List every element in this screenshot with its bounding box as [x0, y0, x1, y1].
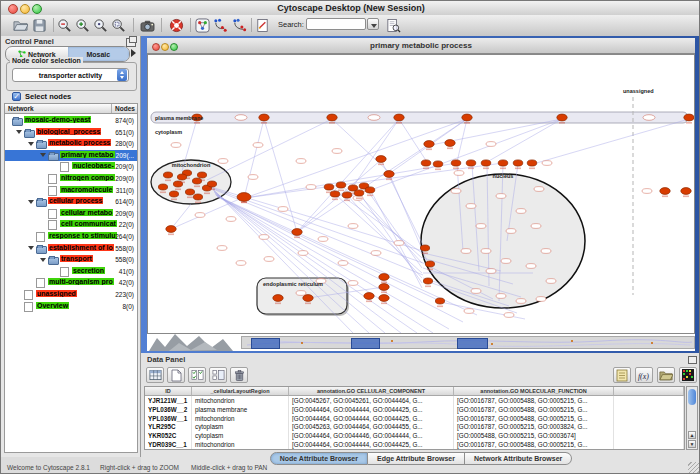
table-column-header[interactable]: annotation.GO MOLECULAR_FUNCTION — [454, 387, 614, 396]
table-cell[interactable]: [GO:0016787, GO:0005488, GO:0005215, G..… — [454, 405, 614, 414]
network-tree-row[interactable]: mosaic-demo-yeast874(0) — [5, 115, 137, 127]
expander-icon[interactable] — [28, 142, 34, 146]
expander-icon[interactable] — [28, 246, 34, 250]
node[interactable] — [336, 182, 346, 188]
node[interactable] — [342, 192, 352, 198]
node[interactable] — [292, 229, 302, 236]
annotation-icon[interactable] — [254, 17, 271, 34]
tree-column-network[interactable]: Network — [5, 104, 112, 113]
table-column-header[interactable]: ID — [145, 387, 192, 396]
heatmap-matrix-icon[interactable] — [679, 367, 697, 383]
network-tree-row[interactable]: unassigned223(0) — [5, 289, 137, 301]
node[interactable] — [177, 174, 186, 180]
table-cell[interactable]: mitochondrion — [192, 440, 289, 449]
node[interactable] — [303, 295, 313, 302]
network-tree-row[interactable]: multi-organism pro42(0) — [5, 277, 137, 289]
node[interactable] — [435, 298, 444, 304]
table-cell[interactable]: [GO:0045263, GO:0044464, GO:0044455, G..… — [289, 422, 454, 431]
table-cell[interactable] — [614, 431, 684, 440]
node[interactable] — [327, 114, 337, 121]
network-tree-row[interactable]: establishment of lo558(0) — [5, 243, 137, 255]
attribute-table[interactable]: ID_cellularLayoutRegionannotation.GO CEL… — [144, 386, 685, 450]
network-tree-row[interactable]: cellular process614(0) — [5, 196, 137, 208]
network-tree-row[interactable]: metabolic process280(0) — [5, 138, 137, 150]
node[interactable] — [462, 114, 472, 121]
notes-icon[interactable] — [613, 367, 631, 383]
navigator-viewport-3[interactable] — [457, 338, 488, 349]
help-lifesaver-icon[interactable] — [168, 17, 185, 34]
table-cell[interactable]: YPL036W__1 — [145, 414, 192, 423]
node[interactable] — [557, 114, 567, 121]
node[interactable] — [185, 189, 194, 195]
node[interactable] — [237, 193, 251, 202]
node[interactable] — [197, 172, 206, 178]
table-cell[interactable]: [GO:0005488, GO:0005215, GO:0003674] — [454, 431, 614, 440]
table-cell[interactable] — [614, 414, 684, 423]
layout-xy-icon[interactable] — [212, 17, 229, 34]
table-cell[interactable] — [614, 396, 684, 405]
node[interactable] — [324, 184, 334, 190]
tab-overflow-arrow-icon[interactable] — [131, 49, 136, 57]
node[interactable] — [681, 188, 691, 195]
zoom-selected-icon[interactable] — [110, 17, 127, 34]
formula-fx-icon[interactable]: f(x) — [635, 367, 653, 383]
network-tree-row[interactable]: nucleobase-209(0) — [5, 161, 137, 173]
table-cell[interactable]: cytoplasm — [192, 422, 289, 431]
data-panel-float-icon[interactable] — [688, 356, 697, 364]
scroll-up-icon[interactable]: ▲ — [688, 431, 696, 439]
navigator-viewport-2[interactable] — [351, 338, 380, 349]
expander-icon[interactable] — [16, 130, 22, 134]
search-input[interactable] — [306, 18, 366, 30]
tree-column-nodes[interactable]: Nodes — [112, 104, 137, 113]
search-index-icon[interactable] — [385, 17, 402, 34]
node[interactable] — [684, 114, 694, 121]
select-attributes-icon[interactable] — [188, 367, 206, 383]
layout-attribute-icon[interactable] — [231, 17, 248, 34]
node[interactable] — [193, 194, 202, 200]
node[interactable] — [423, 278, 432, 284]
table-scrollbar[interactable]: ▲ ▼ — [686, 386, 698, 450]
table-cell[interactable]: YJR121W__1 — [145, 396, 192, 405]
table-column-header[interactable]: annotation.GO CELLULAR_COMPONENT — [289, 387, 454, 396]
table-cell[interactable]: [GO:0044464, GO:0044444, GO:0044425, G..… — [289, 440, 454, 449]
node[interactable] — [259, 114, 269, 121]
node[interactable] — [445, 140, 455, 147]
node[interactable] — [364, 293, 374, 300]
node[interactable] — [527, 160, 537, 166]
node[interactable] — [660, 188, 670, 195]
node[interactable] — [166, 226, 176, 233]
table-cell[interactable]: cytoplasm — [192, 431, 289, 440]
zoom-fit-icon[interactable] — [92, 17, 109, 34]
network-tree-row[interactable]: nitrogen compo209(0) — [5, 173, 137, 185]
expander-icon[interactable] — [40, 153, 46, 157]
attribute-layout-icon[interactable] — [209, 367, 227, 383]
network-tree-row[interactable]: cellular metabo209(0) — [5, 208, 137, 220]
node[interactable] — [425, 261, 434, 267]
node[interactable] — [379, 295, 389, 302]
node[interactable] — [424, 141, 434, 148]
zoom-out-icon[interactable] — [56, 17, 73, 34]
table-cell[interactable]: [GO:0044464, GO:0044444, GO:0044425, G..… — [289, 405, 454, 414]
node[interactable] — [420, 245, 429, 251]
node-color-dropdown[interactable]: transporter activity — [12, 68, 129, 82]
network-tree-row[interactable]: macromolecule311(0) — [5, 185, 137, 197]
node[interactable] — [498, 160, 508, 166]
table-cell[interactable]: [GO:0044464, GO:0044446, GO:0044444, G..… — [289, 431, 454, 440]
network-tree-row[interactable]: response to stimulu264(0) — [5, 231, 137, 243]
table-cell[interactable]: [GO:0016787, GO:0005488, GO:0005215, G..… — [454, 414, 614, 423]
node[interactable] — [451, 160, 461, 166]
network-navigator-strip[interactable] — [241, 336, 695, 349]
network-panel-icon[interactable] — [194, 17, 211, 34]
expander-icon[interactable] — [40, 258, 46, 262]
node[interactable] — [433, 161, 443, 167]
network-tree-row[interactable]: primary metabo209(... — [5, 150, 137, 162]
delete-attribute-trash-icon[interactable] — [230, 367, 248, 383]
node[interactable] — [379, 274, 389, 281]
table-cell[interactable]: [GO:0016787, GO:0005215, GO:0003824, G..… — [454, 422, 614, 431]
table-column-header[interactable] — [614, 387, 684, 396]
table-cell[interactable]: mitochondrion — [192, 396, 289, 405]
navigator-viewport-1[interactable] — [251, 338, 280, 349]
node[interactable] — [354, 190, 364, 196]
node[interactable] — [421, 160, 431, 166]
table-cell[interactable]: mitochondrion — [192, 414, 289, 423]
